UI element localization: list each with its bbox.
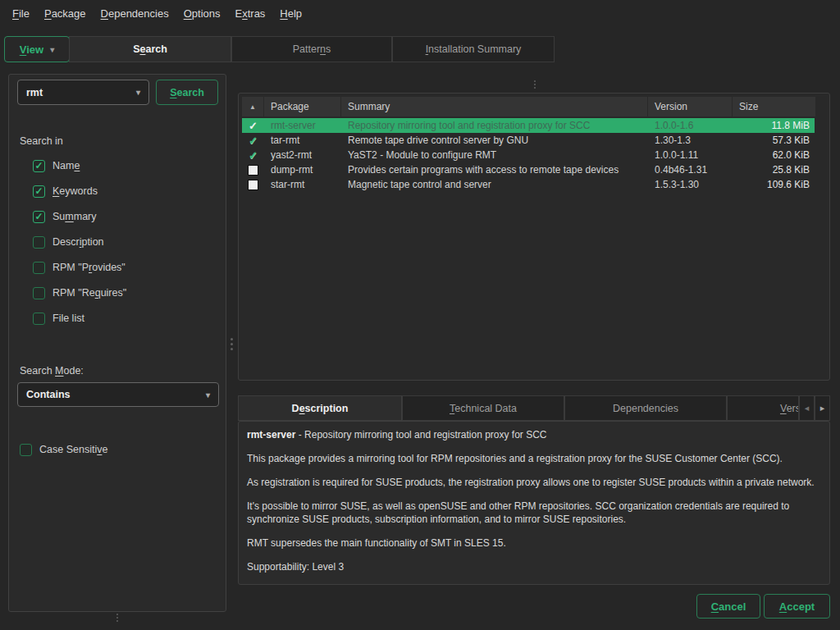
install-status-icon[interactable]: ✓ <box>249 120 258 132</box>
menu-dependencies[interactable]: Dependencies <box>94 4 176 23</box>
view-button-label: View <box>20 43 43 56</box>
checkbox-rpm-provides[interactable]: RPM "Provides" <box>33 261 126 274</box>
detail-tab-bar: Description Technical Data Dependencies … <box>238 395 830 421</box>
main-tab-bar: Search Patterns Installation Summary <box>69 36 555 62</box>
checkbox-summary[interactable]: ✓ Summary <box>33 210 97 223</box>
table-row[interactable]: ✓ tar-rmt Remote tape drive control serv… <box>242 133 815 148</box>
tab-dependencies[interactable]: Dependencies <box>564 395 727 421</box>
table-row[interactable]: ✓ yast2-rmt YaST2 - Module to configure … <box>242 148 815 162</box>
description-paragraph: This package provides a mirroring tool f… <box>247 453 821 466</box>
search-in-label: Search in <box>20 135 63 147</box>
description-paragraph: Supportability: Level 3 <box>247 561 821 574</box>
summary-column-header[interactable]: Summary <box>341 97 647 116</box>
table-row[interactable]: star-rmt Magnetic tape control and serve… <box>242 177 815 192</box>
table-row[interactable]: dump-rmt Provides certain programs with … <box>242 162 815 177</box>
checkbox-checked-icon: ✓ <box>33 185 45 198</box>
checkbox-unchecked-icon <box>33 313 45 325</box>
checkbox-rpm-requires[interactable]: RPM "Requires" <box>33 286 126 299</box>
cancel-button[interactable]: Cancel <box>696 594 760 619</box>
checkbox-unchecked-icon <box>33 262 45 274</box>
menu-package[interactable]: Package <box>37 4 94 23</box>
horizontal-splitter-handle[interactable] <box>534 80 536 89</box>
tab-description[interactable]: Description <box>238 395 402 421</box>
tab-patterns[interactable]: Patterns <box>231 36 392 62</box>
not-installed-status-icon[interactable] <box>248 180 258 190</box>
chevron-down-icon: ▾ <box>50 45 54 54</box>
description-paragraph: RMT supersedes the main functionality of… <box>247 537 821 550</box>
menu-options[interactable]: Options <box>176 4 228 23</box>
autoinstall-status-icon[interactable]: ✓ <box>249 149 258 162</box>
table-header: ▲ Package Summary Version Size <box>242 97 815 116</box>
sort-ascending-icon: ▲ <box>249 103 256 111</box>
checkbox-checked-icon: ✓ <box>33 211 45 223</box>
vertical-splitter-handle[interactable] <box>231 338 233 350</box>
checkbox-name[interactable]: ✓ Name <box>33 159 80 172</box>
search-mode-select[interactable]: Contains ▾ <box>17 382 219 407</box>
view-menu-button[interactable]: View ▾ <box>4 36 70 62</box>
description-panel: rmt-server - Repository mirroring tool a… <box>238 421 830 585</box>
package-table: ▲ Package Summary Version Size ✓ rmt-ser… <box>238 93 830 381</box>
tab-versions-truncated[interactable]: Vers <box>727 395 799 421</box>
search-input[interactable]: rmt ▾ <box>17 80 149 105</box>
checkbox-keywords[interactable]: ✓ Keywords <box>33 185 98 198</box>
table-body: ✓ rmt-server Repository mirroring tool a… <box>242 118 815 192</box>
size-column-header[interactable]: Size <box>733 97 815 116</box>
search-mode-value: Contains <box>26 389 70 400</box>
search-sidebar: rmt ▾ Search Search in ✓ Name ✓ Keywords… <box>8 74 226 612</box>
menu-file[interactable]: File <box>5 4 37 23</box>
status-column-header[interactable]: ▲ <box>242 97 263 116</box>
tab-installation-summary[interactable]: Installation Summary <box>392 36 555 62</box>
package-name: rmt-server <box>247 429 295 441</box>
chevron-down-icon: ▾ <box>136 88 140 97</box>
package-column-header[interactable]: Package <box>264 97 340 116</box>
description-paragraph: As registration is required for SUSE pro… <box>247 477 821 490</box>
package-title-line: rmt-server - Repository mirroring tool a… <box>247 429 821 442</box>
checkbox-description[interactable]: Description <box>33 235 104 249</box>
checkbox-file-list[interactable]: File list <box>33 312 84 325</box>
search-input-value: rmt <box>26 87 43 98</box>
version-column-header[interactable]: Version <box>648 97 732 116</box>
description-paragraph: It's possible to mirror SUSE, as well as… <box>247 500 821 527</box>
checkbox-unchecked-icon <box>33 287 45 299</box>
tab-scroll-left-icon[interactable]: ◂ <box>799 395 815 421</box>
not-installed-status-icon[interactable] <box>248 165 258 176</box>
sidebar-splitter-handle[interactable] <box>116 614 118 622</box>
checkbox-unchecked-icon <box>20 444 32 456</box>
menu-help[interactable]: Help <box>272 4 309 23</box>
chevron-down-icon: ▾ <box>206 390 210 399</box>
checkbox-checked-icon: ✓ <box>33 160 45 172</box>
checkbox-unchecked-icon <box>33 236 45 249</box>
tab-scroll-right-icon[interactable]: ▸ <box>815 395 830 421</box>
tab-technical-data[interactable]: Technical Data <box>402 395 564 421</box>
autoinstall-status-icon[interactable]: ✓ <box>249 135 258 147</box>
menu-bar: File Package Dependencies Options Extras… <box>0 0 840 26</box>
menu-extras[interactable]: Extras <box>228 4 273 23</box>
accept-button[interactable]: Accept <box>764 594 830 619</box>
tab-search[interactable]: Search <box>69 36 231 62</box>
checkbox-case-sensitive[interactable]: Case Sensitive <box>20 443 107 456</box>
table-row[interactable]: ✓ rmt-server Repository mirroring tool a… <box>242 118 815 133</box>
search-mode-label: Search Mode: <box>20 365 84 377</box>
search-button[interactable]: Search <box>156 80 218 105</box>
